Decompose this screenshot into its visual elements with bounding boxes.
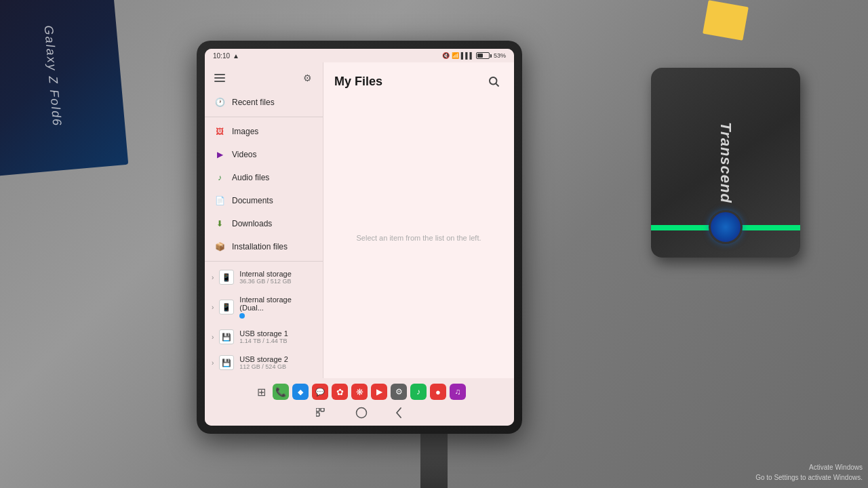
win-activate-line1: Activate Windows — [755, 462, 863, 472]
svg-rect-3 — [321, 408, 324, 411]
storage-item-usb2[interactable]: › 💾 USB storage 2 112 GB / 524 GB — [205, 350, 323, 375]
hdd-label: Transcend — [717, 122, 734, 203]
main-panel: My Files Select an item from the list on… — [323, 62, 514, 378]
recent-files-icon: 🕐 — [214, 97, 225, 108]
battery-icon — [476, 52, 492, 59]
signal-icon: ▲ — [233, 52, 239, 60]
storage-arrow-usb2: › — [212, 359, 214, 367]
storage-name-usb1: USB storage 1 — [239, 329, 288, 338]
home-nav-button[interactable] — [355, 407, 368, 419]
storage-info-dual: Internal storage (Dual... — [239, 296, 316, 319]
storage-item-internal[interactable]: › 📱 Internal storage 36.36 GB / 512 GB — [205, 264, 323, 290]
sidebar-item-audio-files[interactable]: ♪ Audio files — [205, 166, 323, 189]
windows-activation: Activate Windows Go to Settings to activ… — [755, 462, 863, 483]
storage-name-internal: Internal storage — [239, 270, 291, 278]
sidebar: ⚙ 🕐 Recent files 🖼 Images ▶ Videos — [205, 62, 323, 378]
app-icon-5[interactable]: ❋ — [351, 384, 368, 400]
videos-label: Videos — [232, 150, 256, 159]
audio-files-label: Audio files — [232, 173, 269, 182]
phone-screen: 10:10 ▲ 🔇 📶 ▌▌▌ 53% — [205, 49, 514, 426]
svg-rect-2 — [316, 408, 319, 411]
audio-files-icon: ♪ — [214, 172, 225, 183]
phone-wrapper: 10:10 ▲ 🔇 📶 ▌▌▌ 53% — [197, 41, 522, 434]
storage-item-usb1[interactable]: › 💾 USB storage 1 1.14 TB / 1.44 TB — [205, 324, 323, 350]
storage-item-internal-dual[interactable]: › 📱 Internal storage (Dual... — [205, 290, 323, 324]
downloads-icon: ⬇ — [214, 218, 225, 229]
sidebar-header: ⚙ — [205, 68, 323, 91]
sidebar-item-videos[interactable]: ▶ Videos — [205, 143, 323, 166]
divider-1 — [205, 117, 323, 117]
storage-icon-internal: 📱 — [219, 270, 234, 285]
sidebar-item-images[interactable]: 🖼 Images — [205, 120, 323, 143]
sidebar-item-documents[interactable]: 📄 Documents — [205, 189, 323, 212]
win-activate-line2: Go to Settings to activate Windows. — [755, 472, 863, 483]
spotify-icon[interactable]: ♪ — [410, 384, 427, 400]
signal-strength: ▌▌▌ — [461, 52, 474, 59]
images-icon: 🖼 — [214, 126, 225, 137]
search-button[interactable] — [484, 72, 503, 91]
main-title: My Files — [334, 75, 382, 89]
settings-icon[interactable]: ⚙ — [301, 72, 313, 84]
galaxy-box: Galaxy Z Fold6 — [0, 0, 128, 176]
bottom-bar: ⊞ 📞 ◆ 💬 ✿ ❋ ▶ ⚙ ♪ — [205, 378, 514, 426]
recent-files-label: Recent files — [232, 98, 275, 107]
storage-info-usb2: USB storage 2 112 GB / 524 GB — [239, 355, 288, 370]
recents-nav-button[interactable] — [316, 408, 328, 418]
sidebar-item-recent-files[interactable]: 🕐 Recent files — [205, 91, 323, 114]
app-content: ⚙ 🕐 Recent files 🖼 Images ▶ Videos — [205, 62, 514, 378]
svg-line-1 — [496, 83, 498, 86]
storage-arrow-internal: › — [212, 274, 214, 281]
hdd-container: Transcend — [651, 68, 800, 285]
messages-icon[interactable]: 💬 — [312, 384, 328, 400]
app-icon-4[interactable]: ✿ — [332, 384, 348, 400]
app-icon-9[interactable]: ● — [430, 384, 446, 400]
nav-buttons — [210, 404, 509, 422]
sticky-note-front — [703, 0, 749, 41]
app-icons-row: ⊞ 📞 ◆ 💬 ✿ ❋ ▶ ⚙ ♪ — [210, 382, 509, 401]
storage-size-usb2: 112 GB / 524 GB — [239, 363, 288, 370]
storage-arrow-dual: › — [212, 304, 214, 311]
documents-label: Documents — [232, 196, 273, 205]
sidebar-item-installation-files[interactable]: 📦 Installation files — [205, 235, 323, 258]
storage-icon-usb2: 💾 — [219, 355, 234, 370]
svg-rect-4 — [316, 413, 319, 416]
galaxy-box-label: Galaxy Z Fold6 — [41, 24, 64, 127]
storage-info-internal: Internal storage 36.36 GB / 512 GB — [239, 270, 291, 285]
hdd-body: Transcend — [651, 68, 800, 258]
videos-icon: ▶ — [214, 149, 225, 160]
youtube-icon[interactable]: ▶ — [371, 384, 387, 400]
divider-2 — [205, 261, 323, 262]
info-dot-dual — [239, 313, 245, 319]
volume-icon: 🔇 — [442, 52, 450, 59]
svg-point-5 — [357, 408, 367, 418]
bixby-icon[interactable]: ◆ — [292, 384, 309, 400]
storage-size-usb1: 1.14 TB / 1.44 TB — [239, 338, 288, 344]
settings-app-icon[interactable]: ⚙ — [391, 384, 407, 400]
empty-state-text: Select an item from the list on the left… — [356, 234, 481, 242]
sidebar-item-downloads[interactable]: ⬇ Downloads — [205, 212, 323, 235]
documents-icon: 📄 — [214, 195, 225, 206]
status-left: 10:10 ▲ — [213, 52, 239, 60]
storage-size-internal: 36.36 GB / 512 GB — [239, 278, 291, 285]
status-right: 🔇 📶 ▌▌▌ 53% — [442, 52, 506, 59]
battery-percent: 53% — [494, 52, 506, 59]
storage-arrow-usb1: › — [212, 333, 214, 341]
svg-point-0 — [490, 77, 497, 85]
hamburger-menu-icon[interactable] — [214, 74, 225, 82]
images-label: Images — [232, 127, 258, 136]
phone-app-icon[interactable]: 📞 — [273, 384, 289, 400]
storage-icon-usb1: 💾 — [219, 329, 234, 344]
storage-icon-dual: 📱 — [219, 300, 234, 314]
main-empty-state: Select an item from the list on the left… — [323, 98, 514, 378]
sticky-notes — [692, 0, 746, 41]
storage-name-dual: Internal storage (Dual... — [239, 296, 316, 312]
apps-grid-icon[interactable]: ⊞ — [253, 384, 269, 400]
hdd-button — [709, 210, 743, 244]
time-display: 10:10 — [213, 52, 230, 60]
storage-name-usb2: USB storage 2 — [239, 355, 288, 363]
main-header: My Files — [323, 62, 514, 98]
back-nav-button[interactable] — [395, 407, 403, 419]
status-bar: 10:10 ▲ 🔇 📶 ▌▌▌ 53% — [205, 49, 514, 62]
music-icon[interactable]: ♫ — [450, 384, 466, 400]
phone-outer: 10:10 ▲ 🔇 📶 ▌▌▌ 53% — [197, 41, 522, 434]
